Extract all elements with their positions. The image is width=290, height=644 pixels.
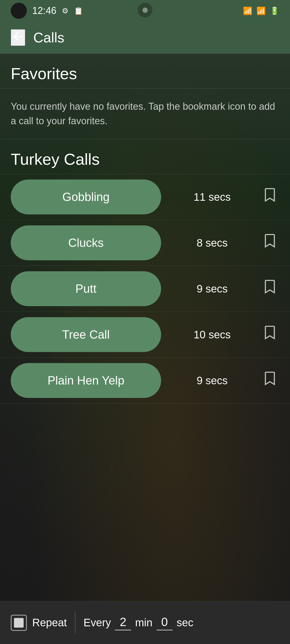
favorites-empty-message: You currently have no favorites. Tap the… (0, 89, 290, 139)
repeat-section: Repeat (11, 615, 67, 631)
gobbling-duration: 11 secs (166, 191, 258, 203)
clucks-label: Clucks (68, 236, 104, 250)
tree-call-duration: 10 secs (166, 329, 258, 341)
plain-hen-yelp-bookmark-icon[interactable] (263, 371, 279, 390)
tree-call-label: Tree Call (62, 328, 110, 341)
bottom-bar-divider (75, 612, 75, 634)
plain-hen-yelp-label: Plain Hen Yelp (48, 374, 124, 387)
center-dot (138, 3, 153, 17)
plain-hen-yelp-duration: 9 secs (166, 375, 258, 387)
gobbling-bookmark-icon[interactable] (263, 187, 279, 207)
every-value[interactable]: 2 (115, 615, 131, 630)
call-row-gobbling: Gobbling 11 secs (0, 174, 290, 220)
repeat-label: Repeat (32, 617, 67, 629)
min-value[interactable]: 0 (157, 615, 173, 630)
clucks-button[interactable]: Clucks (11, 225, 161, 260)
status-bar: 12:46 ⚙ 📋 📶 📶 🔋 (0, 0, 290, 21)
call-row-putt: Putt 9 secs (0, 266, 290, 312)
back-button[interactable] (11, 29, 25, 46)
call-row-plain-hen-yelp: Plain Hen Yelp 9 secs (0, 358, 290, 404)
sec-label: sec (177, 617, 193, 629)
clucks-duration: 8 secs (166, 237, 258, 249)
putt-label: Putt (75, 282, 96, 295)
putt-button[interactable]: Putt (11, 271, 161, 306)
favorites-title: Favorites (11, 65, 77, 83)
every-section: Every 2 min 0 sec (84, 615, 193, 630)
putt-duration: 9 secs (166, 283, 258, 295)
signal-icon: 📶 (256, 6, 266, 15)
repeat-checkbox[interactable] (11, 615, 27, 631)
plain-hen-yelp-button[interactable]: Plain Hen Yelp (11, 363, 161, 398)
status-time: 12:46 (32, 5, 56, 16)
putt-bookmark-icon[interactable] (263, 279, 279, 298)
every-label: Every (84, 617, 111, 629)
turkey-calls-title: Turkey Calls (11, 150, 100, 168)
app-title: Calls (33, 30, 64, 46)
gobbling-button[interactable]: Gobbling (11, 180, 161, 214)
settings-status-icon: ⚙ (62, 6, 68, 15)
clucks-bookmark-icon[interactable] (263, 233, 279, 253)
gobbling-label: Gobbling (62, 190, 110, 204)
favorites-section-header: Favorites (0, 54, 290, 89)
app-bar: Calls (0, 21, 290, 54)
bottom-bar: Repeat Every 2 min 0 sec (0, 601, 290, 644)
content-area: Favorites You currently have no favorite… (0, 54, 290, 404)
min-label: min (135, 617, 152, 629)
clipboard-status-icon: 📋 (74, 6, 83, 15)
battery-icon: 🔋 (270, 6, 279, 15)
tree-call-bookmark-icon[interactable] (263, 325, 279, 344)
wifi-icon: 📶 (243, 6, 252, 15)
tree-call-button[interactable]: Tree Call (11, 317, 161, 352)
call-row-tree-call: Tree Call 10 secs (0, 312, 290, 358)
call-row-clucks: Clucks 8 secs (0, 220, 290, 266)
status-avatar (11, 3, 27, 19)
turkey-calls-section-header: Turkey Calls (0, 139, 290, 174)
repeat-checkbox-check (14, 618, 24, 628)
